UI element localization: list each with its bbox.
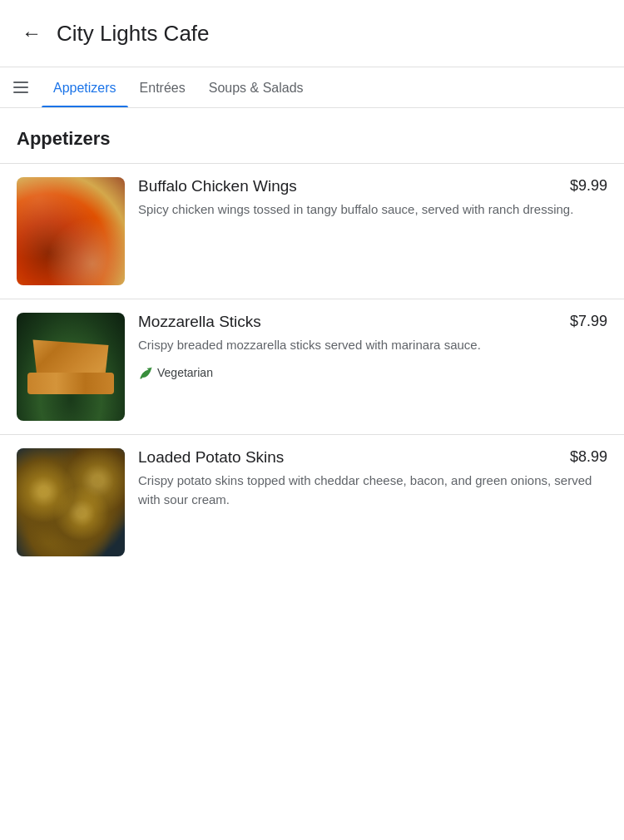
vegetarian-label: Vegetarian: [157, 366, 213, 379]
header: ← City Lights Cafe: [0, 0, 624, 67]
menu-item-header-buffalo-wings: Buffalo Chicken Wings $9.99: [138, 177, 607, 195]
menu-item-potato-skins[interactable]: Loaded Potato Skins $8.99 Crispy potato …: [0, 434, 624, 570]
back-button[interactable]: ←: [13, 15, 50, 52]
menu-item-buffalo-wings[interactable]: Buffalo Chicken Wings $9.99 Spicy chicke…: [0, 163, 624, 299]
menu-item-info-mozzarella-sticks: Mozzarella Sticks $7.99 Crispy breaded m…: [138, 313, 607, 383]
menu-item-price-buffalo-wings: $9.99: [570, 177, 607, 195]
menu-item-image-mozzarella-sticks: [17, 313, 125, 421]
menu-item-image-potato-skins: [17, 448, 125, 556]
menu-list: Buffalo Chicken Wings $9.99 Spicy chicke…: [0, 163, 624, 570]
menu-item-mozzarella-sticks[interactable]: Mozzarella Sticks $7.99 Crispy breaded m…: [0, 299, 624, 434]
menu-line-1: [13, 82, 28, 83]
tab-entrees-label: Entrées: [140, 81, 186, 95]
page-title: City Lights Cafe: [57, 21, 210, 47]
menu-item-name-mozzarella-sticks: Mozzarella Sticks: [138, 313, 563, 331]
menu-item-info-buffalo-wings: Buffalo Chicken Wings $9.99 Spicy chicke…: [138, 177, 607, 226]
menu-item-image-buffalo-wings: [17, 177, 125, 285]
tab-entrees[interactable]: Entrées: [128, 67, 197, 107]
leaf-icon: [138, 365, 153, 380]
menu-icon-button[interactable]: [13, 73, 28, 101]
menu-item-price-mozzarella-sticks: $7.99: [570, 313, 607, 330]
tab-soups-salads-label: Soups & Salads: [209, 81, 304, 95]
tab-bar: Appetizers Entrées Soups & Salads: [0, 67, 624, 108]
menu-line-3: [13, 91, 28, 93]
tab-appetizers[interactable]: Appetizers: [42, 67, 128, 107]
menu-item-desc-potato-skins: Crispy potato skins topped with cheddar …: [138, 472, 607, 509]
menu-item-header-potato-skins: Loaded Potato Skins $8.99: [138, 448, 607, 467]
menu-item-info-potato-skins: Loaded Potato Skins $8.99 Crispy potato …: [138, 448, 607, 516]
menu-item-desc-mozzarella-sticks: Crispy breaded mozzarella sticks served …: [138, 336, 607, 355]
section-heading: Appetizers: [0, 108, 624, 163]
menu-item-name-potato-skins: Loaded Potato Skins: [138, 448, 563, 467]
menu-item-header-mozzarella-sticks: Mozzarella Sticks $7.99: [138, 313, 607, 331]
menu-line-2: [13, 86, 28, 88]
menu-item-price-potato-skins: $8.99: [570, 448, 607, 466]
back-arrow-icon: ←: [22, 22, 42, 45]
tab-soups-salads[interactable]: Soups & Salads: [197, 67, 315, 107]
vegetarian-badge: Vegetarian: [138, 365, 213, 380]
menu-item-desc-buffalo-wings: Spicy chicken wings tossed in tangy buff…: [138, 200, 607, 220]
menu-item-name-buffalo-wings: Buffalo Chicken Wings: [138, 177, 563, 195]
tab-appetizers-label: Appetizers: [53, 81, 116, 95]
